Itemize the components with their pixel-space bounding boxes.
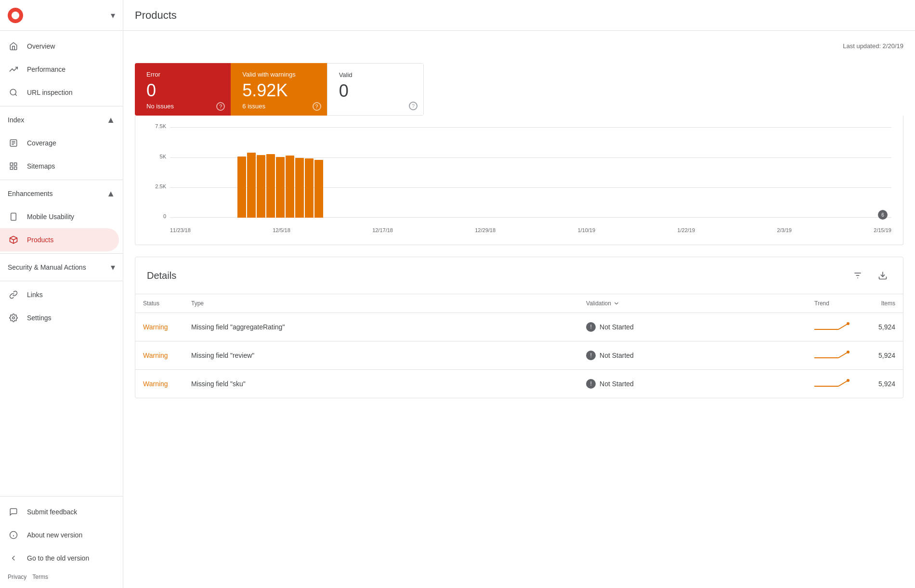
sidebar-item-coverage[interactable]: Coverage bbox=[0, 131, 119, 155]
row-items-0: 5,924 bbox=[864, 313, 903, 341]
sidebar-item-coverage-label: Coverage bbox=[27, 139, 56, 147]
terms-link[interactable]: Terms bbox=[32, 574, 48, 580]
last-updated: Last updated: 2/20/19 bbox=[135, 42, 903, 50]
svg-line-1 bbox=[15, 94, 16, 95]
row-type-2: Missing field "sku" bbox=[183, 370, 578, 398]
sidebar-item-links-label: Links bbox=[27, 291, 43, 299]
sidebar-item-url-inspection[interactable]: URL inspection bbox=[0, 81, 119, 104]
enhancements-chevron-icon: ▲ bbox=[106, 189, 115, 199]
svg-point-0 bbox=[10, 89, 16, 95]
row-trend-2 bbox=[807, 370, 864, 398]
sidebar: ▾ Overview Performance URL inspection bbox=[0, 0, 123, 588]
chart-badge: 6 bbox=[878, 210, 888, 220]
row-status-1[interactable]: Warning bbox=[135, 341, 183, 370]
index-chevron-icon: ▲ bbox=[106, 115, 115, 125]
row-trend-1 bbox=[807, 341, 864, 370]
sidebar-dropdown-icon[interactable]: ▾ bbox=[111, 10, 115, 21]
svg-point-16 bbox=[13, 317, 15, 319]
col-status: Status bbox=[135, 294, 183, 313]
sidebar-section-security-label: Security & Manual Actions bbox=[8, 263, 86, 271]
validation-text: Not Started bbox=[600, 323, 634, 331]
sidebar-section-enhancements[interactable]: Enhancements ▲ bbox=[0, 182, 123, 205]
trend-chart-2 bbox=[814, 377, 853, 391]
x-label: 12/5/18 bbox=[273, 227, 290, 233]
table-row: Warning Missing field "aggregateRating" … bbox=[135, 313, 903, 341]
svg-point-26 bbox=[847, 322, 850, 325]
trending-up-icon bbox=[8, 64, 19, 75]
valid-help-icon[interactable]: ? bbox=[409, 102, 418, 110]
warning-sublabel: 6 issues bbox=[242, 103, 315, 110]
row-status-0[interactable]: Warning bbox=[135, 313, 183, 341]
sidebar-section-security[interactable]: Security & Manual Actions ▾ bbox=[0, 256, 123, 279]
sidebar-item-performance[interactable]: Performance bbox=[0, 58, 119, 81]
valid-label: Valid bbox=[339, 71, 412, 78]
chart-bars bbox=[170, 127, 891, 218]
home-icon bbox=[8, 40, 19, 52]
svg-rect-10 bbox=[11, 213, 16, 221]
chart-section: 7.5K 5K 2.5K 0 bbox=[135, 116, 903, 245]
sidebar-item-settings-label: Settings bbox=[27, 314, 52, 322]
warning-number: 5.92K bbox=[242, 80, 315, 101]
chart-bar bbox=[237, 157, 246, 218]
sidebar-section-enhancements-label: Enhancements bbox=[8, 190, 52, 197]
divider-3 bbox=[0, 253, 123, 254]
error-label: Error bbox=[146, 71, 219, 78]
sidebar-item-mobile-usability-label: Mobile Usability bbox=[27, 213, 74, 221]
error-sublabel: No issues bbox=[146, 103, 219, 110]
footer-links: Privacy Terms bbox=[0, 570, 123, 584]
status-card-warning: Valid with warnings 5.92K 6 issues ? bbox=[231, 63, 327, 116]
y-label-5k: 5K bbox=[145, 154, 166, 159]
mobile-icon bbox=[8, 211, 19, 222]
sidebar-section-index[interactable]: Index ▲ bbox=[0, 108, 123, 131]
filter-button[interactable] bbox=[849, 267, 866, 284]
tag-icon bbox=[8, 234, 19, 246]
sidebar-item-go-to-old-version[interactable]: Go to the old version bbox=[0, 547, 119, 570]
validation-status-icon: ! bbox=[586, 351, 596, 360]
status-cards-container: Error 0 No issues ? Valid with warnings … bbox=[135, 63, 903, 245]
row-validation-0: ! Not Started bbox=[578, 313, 807, 341]
chart-bar bbox=[276, 157, 285, 218]
search-icon bbox=[8, 87, 19, 98]
sidebar-item-sitemaps-label: Sitemaps bbox=[27, 162, 55, 170]
download-button[interactable] bbox=[874, 267, 891, 284]
col-trend: Trend bbox=[807, 294, 864, 313]
trend-chart-0 bbox=[814, 320, 853, 334]
sidebar-item-go-to-old-version-label: Go to the old version bbox=[27, 554, 89, 562]
sidebar-item-overview[interactable]: Overview bbox=[0, 35, 119, 58]
svg-line-25 bbox=[838, 324, 848, 329]
divider-2 bbox=[0, 180, 123, 180]
row-status-2[interactable]: Warning bbox=[135, 370, 183, 398]
sidebar-footer: Submit feedback About new version Go to … bbox=[0, 496, 123, 588]
details-section: Details Status Type bbox=[135, 257, 903, 398]
sidebar-item-about-new-version[interactable]: About new version bbox=[0, 523, 119, 547]
trend-chart-1 bbox=[814, 348, 853, 363]
sidebar-item-products[interactable]: Products bbox=[0, 228, 119, 251]
main-body: Last updated: 2/20/19 Error 0 No issues … bbox=[123, 31, 915, 410]
svg-line-14 bbox=[13, 238, 17, 240]
error-help-icon[interactable]: ? bbox=[216, 102, 225, 111]
svg-point-29 bbox=[847, 351, 850, 353]
validation-text: Not Started bbox=[600, 380, 634, 388]
sidebar-item-links[interactable]: Links bbox=[0, 283, 119, 306]
privacy-link[interactable]: Privacy bbox=[8, 574, 26, 580]
file-icon bbox=[8, 137, 19, 149]
sidebar-item-sitemaps[interactable]: Sitemaps bbox=[0, 155, 119, 178]
row-trend-0 bbox=[807, 313, 864, 341]
chart-bar bbox=[314, 160, 323, 218]
y-label-75k: 7.5K bbox=[145, 123, 166, 129]
app-logo[interactable] bbox=[8, 8, 23, 23]
row-validation-2: ! Not Started bbox=[578, 370, 807, 398]
row-items-1: 5,924 bbox=[864, 341, 903, 370]
sidebar-item-url-inspection-label: URL inspection bbox=[27, 89, 72, 96]
sidebar-item-settings[interactable]: Settings bbox=[0, 306, 119, 329]
validation-status-icon: ! bbox=[586, 379, 596, 389]
x-label: 11/23/18 bbox=[170, 227, 191, 233]
sidebar-item-mobile-usability[interactable]: Mobile Usability bbox=[0, 205, 119, 228]
sort-icon bbox=[613, 300, 620, 307]
warning-help-icon[interactable]: ? bbox=[313, 102, 321, 111]
details-actions bbox=[849, 267, 891, 284]
sidebar-item-submit-feedback[interactable]: Submit feedback bbox=[0, 500, 119, 523]
validation-label: Validation bbox=[586, 300, 611, 307]
table-row: Warning Missing field "review" ! Not Sta… bbox=[135, 341, 903, 370]
divider-1 bbox=[0, 106, 123, 106]
